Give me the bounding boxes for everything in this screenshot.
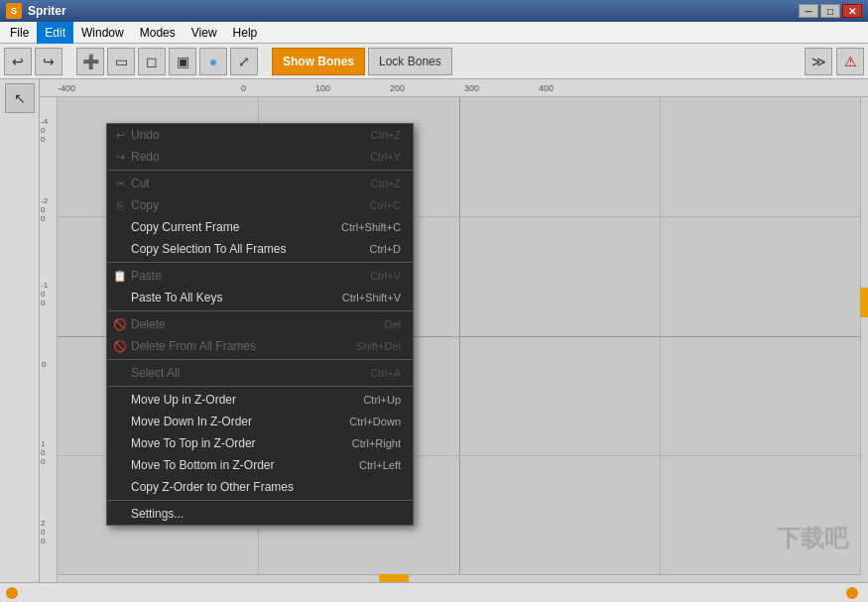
ruler-tick-100-v: 100: [41, 439, 45, 466]
toolbar-rect-icon[interactable]: ▭: [107, 48, 135, 75]
scrollbar-vertical[interactable]: [860, 97, 868, 574]
toolbar-square-icon[interactable]: ◻: [138, 48, 166, 75]
undo-icon: ↩: [113, 128, 127, 142]
menu-move-top[interactable]: Move To Top in Z-Order Ctrl+Right: [107, 432, 413, 454]
paste-icon: 📋: [113, 269, 127, 283]
title-bar: S Spriter ─ □ ✕: [0, 0, 868, 22]
delete-icon: 🚫: [113, 317, 127, 331]
menu-paste[interactable]: 📋 Paste Ctrl+V: [107, 265, 413, 287]
separator-4: [107, 359, 413, 360]
menu-help[interactable]: Help: [225, 22, 266, 44]
ruler-left: -400 -200 -100 0 100 200: [40, 97, 58, 582]
ruler-tick-100: 100: [315, 83, 330, 93]
ruler-tick-400: 400: [539, 83, 554, 93]
menu-undo[interactable]: ↩ Undo Ctrl+Z: [107, 124, 413, 146]
ruler-top: -400 0 100 200 300 400: [40, 79, 868, 97]
menu-copy-z[interactable]: Copy Z-Order to Other Frames: [107, 476, 413, 498]
lock-bones-button[interactable]: Lock Bones: [368, 48, 452, 75]
separator-3: [107, 310, 413, 311]
menu-move-down[interactable]: Move Down In Z-Order Ctrl+Down: [107, 411, 413, 432]
menu-select-all[interactable]: Select All Ctrl+A: [107, 362, 413, 384]
menu-copy-selection[interactable]: Copy Selection To All Frames Ctrl+D: [107, 238, 413, 260]
toolbar-warning-icon[interactable]: ⚠: [836, 48, 864, 75]
ruler-tick-neg400-v: -400: [41, 117, 48, 144]
maximize-button[interactable]: □: [820, 4, 840, 18]
menu-bar: File Edit Window Modes View Help: [0, 22, 868, 44]
status-bar: [0, 582, 868, 602]
ruler-tick-0-v: 0: [42, 360, 46, 369]
left-panel: ↖: [0, 79, 40, 582]
toolbar-right: ≫ ⚠: [805, 48, 864, 75]
toolbar-undo-icon[interactable]: ↩: [4, 48, 32, 75]
cut-icon: ✂: [113, 177, 127, 190]
ruler-tick-200: 200: [390, 83, 405, 93]
main-area: ↖ -400 0 100 200 300 400 -400 -200 -100 …: [0, 79, 868, 582]
copy-icon: ⎘: [113, 198, 127, 212]
ruler-tick-neg100-v: -100: [41, 281, 48, 307]
status-indicator-right: [846, 587, 858, 599]
menu-copy[interactable]: ⎘ Copy Ctrl+C: [107, 194, 413, 216]
scrollbar-horizontal[interactable]: [58, 574, 860, 582]
ruler-tick-neg200-v: -200: [41, 196, 48, 223]
close-button[interactable]: ✕: [842, 4, 862, 18]
status-indicator-left: [6, 587, 18, 599]
canvas-container: -400 0 100 200 300 400 -400 -200 -100 0 …: [40, 79, 868, 582]
tool-arrow[interactable]: ↖: [5, 83, 35, 113]
ruler-tick-300: 300: [464, 83, 479, 93]
menu-move-up[interactable]: Move Up in Z-Order Ctrl+Up: [107, 389, 413, 411]
ruler-tick-200-v: 200: [41, 519, 45, 545]
delete-all-icon: 🚫: [113, 339, 127, 353]
toolbar-circle-icon[interactable]: ●: [199, 48, 227, 75]
menu-cut[interactable]: ✂ Cut Ctrl+Z: [107, 173, 413, 194]
menu-settings[interactable]: Settings...: [107, 503, 413, 525]
scrollbar-thumb-h[interactable]: [379, 574, 409, 582]
separator-2: [107, 262, 413, 263]
show-bones-button[interactable]: Show Bones: [272, 48, 365, 75]
toolbar-expand-icon[interactable]: ⤢: [230, 48, 258, 75]
window-controls: ─ □ ✕: [799, 4, 862, 18]
toolbar-frame-icon[interactable]: ▣: [169, 48, 196, 75]
ruler-tick-0: 0: [241, 83, 246, 93]
menu-modes[interactable]: Modes: [132, 22, 184, 44]
ruler-tick-neg400: -400: [58, 83, 75, 93]
redo-icon: ↪: [113, 150, 127, 164]
toolbar-more-icon[interactable]: ≫: [805, 48, 832, 75]
toolbar: ↩ ↪ ➕ ▭ ◻ ▣ ● ⤢ Show Bones Lock Bones ≫ …: [0, 44, 868, 79]
separator-1: [107, 170, 413, 171]
scrollbar-thumb-v[interactable]: [860, 288, 868, 317]
app-title: Spriter: [28, 4, 799, 18]
menu-move-bottom[interactable]: Move To Bottom in Z-Order Ctrl+Left: [107, 454, 413, 476]
separator-5: [107, 386, 413, 387]
menu-file[interactable]: File: [2, 22, 37, 44]
minimize-button[interactable]: ─: [799, 4, 818, 18]
menu-copy-current[interactable]: Copy Current Frame Ctrl+Shift+C: [107, 216, 413, 238]
app-icon: S: [6, 3, 22, 19]
scroll-corner: [860, 574, 868, 582]
menu-edit[interactable]: Edit: [37, 22, 73, 44]
menu-delete[interactable]: 🚫 Delete Del: [107, 313, 413, 335]
menu-paste-all[interactable]: Paste To All Keys Ctrl+Shift+V: [107, 287, 413, 308]
separator-6: [107, 500, 413, 501]
menu-delete-all[interactable]: 🚫 Delete From All Frames Shift+Del: [107, 335, 413, 357]
toolbar-redo-icon[interactable]: ↪: [35, 48, 62, 75]
menu-window[interactable]: Window: [73, 22, 132, 44]
toolbar-add-icon[interactable]: ➕: [76, 48, 104, 75]
menu-redo[interactable]: ↪ Redo Ctrl+Y: [107, 146, 413, 168]
edit-menu-dropdown: ↩ Undo Ctrl+Z ↪ Redo Ctrl+Y ✂ Cut Ctrl+Z…: [106, 123, 414, 526]
menu-view[interactable]: View: [184, 22, 225, 44]
